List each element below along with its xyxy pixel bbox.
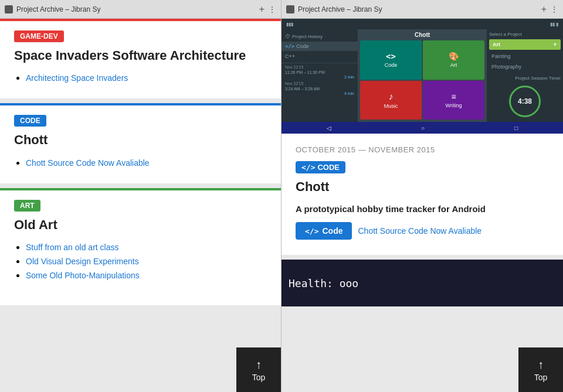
chott-source-link-right[interactable]: Chott Source Code Now Avaliable — [358, 226, 481, 236]
list-item: Chott Source Code Now Avaliable — [26, 158, 267, 168]
status-icons: ▮▮ ▮ — [550, 22, 558, 27]
sidebar-item-cpp: C++ — [282, 52, 358, 61]
chott-left-title: Chott — [14, 132, 267, 148]
timer-circle: 4:38 — [509, 86, 541, 117]
right-pane: Project Archive – Jibran Sy + ⋮ ▮▮▮ ▮▮ ▮… — [282, 0, 563, 392]
art-project-label: Art — [493, 42, 500, 47]
left-menu-button[interactable]: ⋮ — [268, 5, 276, 14]
space-invaders-card: GAME-DEV Space Invaders Software Archite… — [0, 19, 281, 98]
session-timer-label: Project Session Timer — [489, 76, 561, 81]
tile-music-icon: ♪ — [389, 91, 394, 102]
tile-music-label: Music — [384, 103, 398, 109]
card-top-bar-red — [0, 19, 281, 21]
list-item: Stuff from an old art class — [26, 242, 267, 253]
list-item: </> Code Chott Source Code Now Avaliable — [296, 222, 549, 240]
tile-art: 🎨 Art — [423, 40, 484, 80]
left-top-label: Top — [252, 373, 266, 382]
left-top-button[interactable]: ↑ Top — [236, 347, 281, 392]
right-favicon-icon — [286, 5, 294, 13]
history-icon: ⏱ — [285, 33, 290, 39]
app-tiles-grid: <> Code 🎨 Art ♪ Music — [360, 40, 484, 120]
art-project-row: Art + — [489, 39, 561, 50]
cpp-label: C++ — [285, 53, 295, 59]
photo-manip-link[interactable]: Some Old Photo-Manipulations — [26, 271, 140, 280]
right-top-button[interactable]: ↑ Top — [518, 347, 563, 392]
entry-1-duration: 2 min — [285, 75, 354, 79]
code-button[interactable]: </> Code — [296, 222, 352, 240]
app-sidebar-header: ⏱ Project History — [282, 32, 358, 41]
date-range: OCTOBER 2015 — NOVEMBER 2015 — [296, 145, 549, 154]
list-item: Architecting Space Invaders — [26, 73, 267, 83]
left-favicon-icon — [5, 5, 13, 13]
chott-left-card: CODE Chott Chott Source Code Now Avaliab… — [0, 103, 281, 183]
photography-label: Photography — [491, 64, 521, 70]
code-inline-tag: </> CODE — [296, 161, 345, 173]
app-right: Select a Project Art + Painting Photogra… — [487, 29, 563, 122]
right-new-tab-button[interactable]: + — [541, 4, 547, 15]
tile-code-label: Code — [385, 62, 398, 68]
entry-2-duration: 4 min — [285, 91, 354, 96]
right-menu-button[interactable]: ⋮ — [550, 5, 558, 14]
chott-source-link-left[interactable]: Chott Source Code Now Avaliable — [26, 158, 150, 168]
old-art-class-link[interactable]: Stuff from an old art class — [26, 243, 118, 252]
health-bar-area: Health: ooo — [282, 260, 563, 306]
time-entries: Nov 21'15 11:26 PM – 11:30 PM 2 min Nov … — [282, 63, 358, 97]
left-new-tab-button[interactable]: + — [259, 4, 264, 15]
architecting-link[interactable]: Architecting Space Invaders — [26, 73, 128, 83]
select-project-label: Select a Project — [489, 32, 561, 37]
right-top-arrow-icon: ↑ — [538, 358, 544, 371]
old-art-card: ART Old Art Stuff from an old art class … — [0, 188, 281, 305]
left-pane: Project Archive – Jibran Sy + ⋮ GAME-DEV… — [0, 0, 282, 392]
entry-1-time: 11:26 PM – 11:30 PM — [285, 70, 354, 74]
app-center: Chott <> Code 🎨 Art ♪ — [358, 29, 487, 122]
chott-right-title: Chott — [296, 179, 549, 195]
nav-square-icon: □ — [514, 125, 518, 131]
game-dev-tag: GAME-DEV — [14, 30, 64, 42]
add-project-icon[interactable]: + — [553, 40, 557, 49]
space-invaders-title: Space Invaders Software Architecture — [14, 48, 267, 63]
bracket-icon: </> — [301, 163, 315, 172]
timer-container: 4:38 — [489, 86, 561, 117]
right-content-area: ▮▮▮ ▮▮ ▮ ⏱ Project History </> Code — [282, 19, 563, 392]
tile-art-label: Art — [450, 62, 457, 68]
code-tag-text: CODE — [317, 163, 340, 172]
right-top-label: Top — [534, 373, 548, 382]
nav-circle-icon: ○ — [421, 125, 425, 131]
left-content-area: GAME-DEV Space Invaders Software Archite… — [0, 19, 281, 392]
photography-row: Photography — [489, 63, 561, 71]
old-art-title: Old Art — [14, 217, 267, 233]
painting-row: Painting — [489, 52, 561, 60]
chott-right-links: </> Code Chott Source Code Now Avaliable — [296, 222, 549, 240]
entry-2-date: Nov 22'15 — [285, 81, 354, 86]
art-tag: ART — [14, 200, 40, 212]
left-browser-title: Project Archive – Jibran Sy — [16, 5, 256, 13]
left-browser-bar: Project Archive – Jibran Sy + ⋮ — [0, 0, 281, 19]
tile-code: <> Code — [360, 40, 422, 80]
tile-code-icon: <> — [386, 52, 396, 61]
list-item: Old Visual Design Experiments — [26, 256, 267, 267]
card-top-bar-green — [0, 188, 281, 190]
chott-left-links: Chott Source Code Now Avaliable — [26, 158, 267, 168]
nav-back-icon: ◁ — [327, 125, 331, 131]
app-main: ⏱ Project History </> Code C++ Nov 21'1 — [282, 29, 563, 122]
code-btn-icon: </> — [305, 227, 318, 236]
space-invaders-links: Architecting Space Invaders — [26, 73, 267, 83]
status-time: ▮▮▮ — [286, 22, 293, 27]
timer-value: 4:38 — [518, 97, 532, 105]
old-art-links: Stuff from an old art class Old Visual D… — [26, 242, 267, 281]
tile-writing-icon: ≡ — [451, 92, 456, 101]
painting-label: Painting — [491, 53, 511, 59]
card-top-bar-blue-left — [0, 103, 281, 105]
chott-app-title: Chott — [360, 32, 484, 38]
tile-art-icon: 🎨 — [449, 52, 459, 61]
visual-design-link[interactable]: Old Visual Design Experiments — [26, 257, 139, 266]
tile-music: ♪ Music — [360, 81, 422, 120]
chott-right-card: OCTOBER 2015 — NOVEMBER 2015 </> CODE Ch… — [282, 134, 563, 255]
health-text: Health: ooo — [289, 277, 358, 289]
app-sidebar: ⏱ Project History </> Code C++ Nov 21'1 — [282, 29, 358, 122]
list-item: Some Old Photo-Manipulations — [26, 270, 267, 281]
code-btn-label: Code — [322, 226, 342, 236]
entry-1-date: Nov 21'15 — [285, 65, 354, 69]
right-browser-bar: Project Archive – Jibran Sy + ⋮ — [282, 0, 563, 19]
code-tag-wrapper: </> CODE — [296, 161, 549, 173]
